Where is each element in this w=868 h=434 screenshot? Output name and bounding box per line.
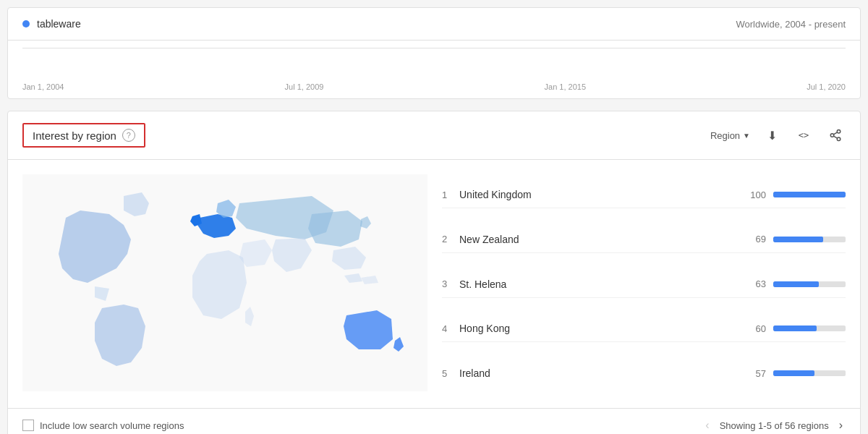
rank-bar-fill <box>773 370 814 376</box>
rank-bar-fill <box>773 192 846 197</box>
rank-bar-container <box>773 237 846 242</box>
rank-bar-container <box>773 326 846 331</box>
table-row: 4 Hong Kong 60 <box>442 315 846 342</box>
rank-number: 2 <box>442 234 459 244</box>
rank-number: 5 <box>442 368 459 379</box>
timeline-label-3: Jan 1, 2015 <box>545 82 587 91</box>
svg-line-4 <box>833 132 837 135</box>
rank-country: St. Helena <box>459 278 740 290</box>
share-button[interactable] <box>825 125 846 145</box>
region-title: Interest by region <box>33 129 116 142</box>
svg-point-2 <box>837 137 841 141</box>
table-row: 2 New Zealand 69 <box>442 226 846 253</box>
rank-country: New Zealand <box>459 234 740 245</box>
world-map <box>22 174 427 393</box>
region-header: Interest by region ? Region ▼ ⬇ <> <box>8 111 860 160</box>
rank-number: 3 <box>442 278 459 289</box>
embed-button[interactable]: <> <box>793 125 814 145</box>
share-icon <box>829 129 842 142</box>
rank-score: 57 <box>740 368 766 379</box>
svg-point-1 <box>830 134 834 137</box>
region-dropdown[interactable]: Region ▼ <box>710 130 750 141</box>
rank-bar-fill <box>773 281 819 287</box>
region-title-box: Interest by region ? <box>22 123 145 148</box>
rank-country: Ireland <box>459 367 740 379</box>
low-volume-checkbox[interactable] <box>22 420 34 431</box>
pagination: ‹ Showing 1-5 of 56 regions › <box>702 417 846 433</box>
timeline-label-2: Jul 1, 2009 <box>285 82 324 91</box>
rank-score: 69 <box>740 234 766 244</box>
rank-score: 63 <box>740 278 766 289</box>
map-svg <box>22 174 427 391</box>
svg-line-3 <box>833 136 837 138</box>
rank-country: Hong Kong <box>459 323 740 334</box>
rank-score: 100 <box>740 190 766 200</box>
interest-by-region-card: Interest by region ? Region ▼ ⬇ <> <box>7 111 861 434</box>
region-dropdown-label: Region <box>710 130 740 141</box>
download-button[interactable]: ⬇ <box>762 125 782 145</box>
include-low-volume-option[interactable]: Include low search volume regions <box>22 420 184 431</box>
timeline-area: Jan 1, 2004 Jul 1, 2009 Jan 1, 2015 Jul … <box>8 41 860 98</box>
help-icon[interactable]: ? <box>122 129 135 142</box>
svg-point-0 <box>837 130 841 134</box>
rank-number: 1 <box>442 190 459 200</box>
rank-score: 60 <box>740 323 766 334</box>
rankings-list: 1 United Kingdom 100 2 New Zealand 69 <box>442 174 846 393</box>
search-term-dot <box>22 20 30 27</box>
table-row: 5 Ireland 57 <box>442 360 846 386</box>
rank-bar-container <box>773 370 846 376</box>
download-icon: ⬇ <box>767 129 777 142</box>
table-row: 1 United Kingdom 100 <box>442 182 846 208</box>
region-footer: Include low search volume regions ‹ Show… <box>8 408 860 434</box>
chevron-down-icon: ▼ <box>743 132 750 140</box>
timeline-line <box>22 48 846 48</box>
region-content: 1 United Kingdom 100 2 New Zealand 69 <box>8 160 860 408</box>
timeline-label-1: Jan 1, 2004 <box>22 82 64 91</box>
timeline-label-4: Jul 1, 2020 <box>807 82 846 91</box>
prev-page-button[interactable]: ‹ <box>702 417 712 433</box>
low-volume-label: Include low search volume regions <box>40 420 184 431</box>
next-page-button[interactable]: › <box>836 417 846 433</box>
rank-bar-fill <box>773 326 817 331</box>
rank-bar-container <box>773 281 846 287</box>
rank-country: United Kingdom <box>459 189 740 200</box>
search-term-label: tableware <box>37 18 81 30</box>
code-icon: <> <box>799 130 809 140</box>
search-term-scope: Worldwide, 2004 - present <box>736 19 846 30</box>
region-controls: Region ▼ ⬇ <> <box>710 125 846 145</box>
pagination-info: Showing 1-5 of 56 regions <box>720 420 829 431</box>
table-row: 3 St. Helena 63 <box>442 271 846 298</box>
rank-number: 4 <box>442 323 459 334</box>
rank-bar-fill <box>773 237 823 242</box>
timeline-labels: Jan 1, 2004 Jul 1, 2009 Jan 1, 2015 Jul … <box>22 82 846 91</box>
rank-bar-container <box>773 192 846 197</box>
